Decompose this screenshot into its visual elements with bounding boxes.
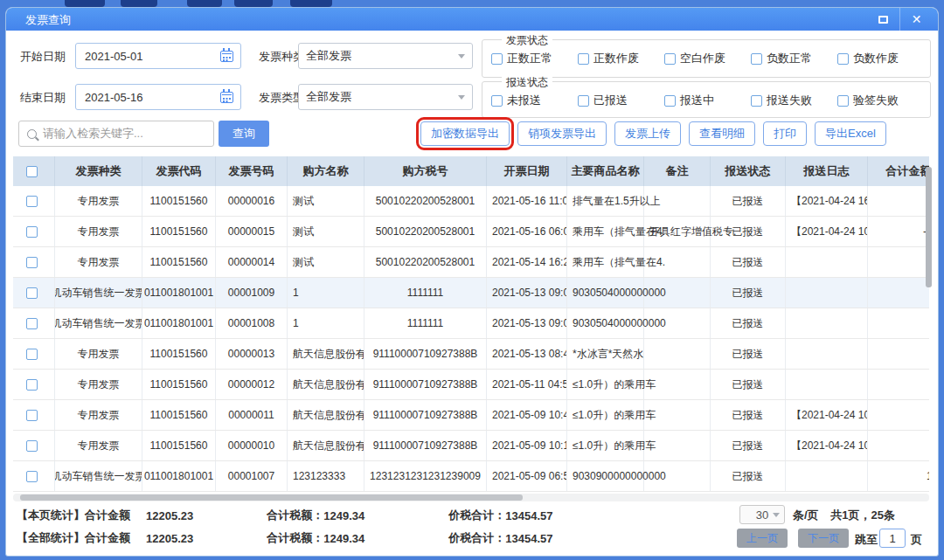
start-date-input[interactable]: 2021-05-01 [75,43,241,69]
table-cell: 航天信息股份有限 [288,370,364,399]
table-row[interactable]: 专用发票110015156000000012航天信息股份有限9111000071… [13,370,929,400]
table-cell: 9030504000000000 [567,308,644,338]
table-cell: 2021-05-13 09:06 [487,308,567,338]
search-icon [27,129,37,139]
checkbox-option[interactable]: 负数正常 [751,51,837,66]
vertical-scrollbar[interactable] [926,158,932,492]
next-page-button[interactable]: 下一页 [798,529,849,548]
background-toolbar-item [187,0,222,7]
row-checkbox-cell [13,186,55,216]
query-button[interactable]: 查询 [219,121,269,147]
table-cell: 00000016 [216,186,288,216]
checkbox-icon[interactable] [751,95,762,107]
table-cell: ≤1.0升）的乘用车 [567,370,644,399]
table-cell [644,431,711,460]
invoice-table: 发票种类发票代码发票号码购方名称购方税号开票日期主要商品名称备注报送状态报送日志… [13,156,929,492]
checkbox-option[interactable]: 报送失败 [751,93,837,108]
row-checkbox-cell [13,431,55,460]
checkbox-icon[interactable] [578,53,589,65]
table-cell: 00000010 [216,431,288,460]
end-date-input[interactable]: 2021-05-16 [75,84,241,110]
table-row[interactable]: 专用发票110015156000000016测试5001022020052800… [13,186,929,217]
table-cell [644,186,711,216]
restore-button[interactable] [866,8,899,31]
checkbox-option[interactable]: 已报送 [578,93,664,108]
select-all-checkbox[interactable] [26,166,38,177]
toolbar-button-4[interactable]: 查看明细 [689,121,755,146]
table-row[interactable]: 专用发票110015156000000011航天信息股份有限9111000071… [13,400,929,431]
checkbox-icon[interactable] [491,95,503,107]
table-cell: 1100151560 [142,431,216,460]
calendar-icon[interactable] [220,92,233,103]
checkbox-option[interactable]: 正数作废 [578,51,664,66]
row-checkbox[interactable] [26,318,38,329]
checkbox-option[interactable]: 未报送 [491,93,578,108]
close-button[interactable]: ✕ [899,8,933,31]
checkbox-icon[interactable] [664,95,676,107]
checkbox-icon[interactable] [491,53,503,65]
toolbar-button-6[interactable]: 导出Excel [815,121,886,146]
checkbox-option[interactable]: 报送中 [664,93,751,108]
row-checkbox[interactable] [26,471,38,482]
table-cell: 00001009 [216,278,288,308]
table-row[interactable]: 机动车销售统一发票0110018010010000100911111111202… [13,278,929,308]
toolbar-button-1[interactable]: 加密数据导出 [420,121,510,146]
table-row[interactable]: 专用发票110015156000000010航天信息股份有限9111000071… [13,431,929,461]
row-checkbox[interactable] [26,196,38,207]
all-summary-amount: 12205.23 [146,532,193,545]
table-cell: 1 [288,308,364,338]
pagination-info: 条/页 共1页，25条 [793,508,895,523]
table-cell: 1100151560 [142,247,216,277]
row-checkbox[interactable] [26,257,38,268]
table-cell: 1111111 [364,308,487,338]
checkbox-option[interactable]: 负数作废 [837,51,924,66]
row-checkbox[interactable] [26,349,38,360]
page-summary-tax-label: 合计税额： [267,508,323,523]
table-cell: 专用发票 [55,431,142,460]
page-size-select[interactable]: 30 [739,505,785,524]
row-checkbox[interactable] [26,287,38,299]
checkbox-icon[interactable] [837,53,849,65]
table-cell: 机动车销售统一发票 [55,278,142,308]
row-checkbox[interactable] [26,379,38,391]
table-cell: 50010220200528001 [364,247,487,277]
table-cell: 机动车销售统一发票 [55,308,142,338]
checkbox-option[interactable]: 空白作废 [664,51,751,66]
table-cell: 00000011 [216,400,288,430]
horizontal-scrollbar[interactable] [13,494,929,501]
table-row[interactable]: 机动车销售统一发票0110018010010000100811111111202… [13,308,929,339]
checkbox-icon[interactable] [751,53,762,65]
column-header: 购方名称 [288,156,364,186]
invoice-type-select[interactable]: 全部发票 [298,84,473,110]
select-all-header-cell [13,156,55,186]
column-header: 购方税号 [364,156,487,186]
prev-page-button[interactable]: 上一页 [737,529,788,548]
table-cell [868,308,929,338]
invoice-kind-select[interactable]: 全部发票 [298,43,473,69]
checkbox-option[interactable]: 验签失败 [837,93,924,108]
table-cell: 已报送 [711,278,786,308]
toolbar-button-5[interactable]: 打印 [763,121,807,146]
page-summary-amount: 12205.23 [146,509,193,522]
row-checkbox[interactable] [26,410,38,421]
toolbar-button-3[interactable]: 发票上传 [614,121,681,146]
table-cell: 900 [868,186,929,216]
checkbox-icon[interactable] [837,95,849,107]
toolbar-button-2[interactable]: 销项发票导出 [517,121,607,146]
table-row[interactable]: 机动车销售统一发票0110018010010000100712312333312… [13,461,929,492]
search-input[interactable]: 请输入检索关键字... [18,121,214,147]
table-cell: 已报送 [711,308,786,338]
checkbox-icon[interactable] [578,95,589,107]
row-checkbox[interactable] [26,226,38,238]
jump-page-input[interactable]: 1 [879,529,906,548]
table-row[interactable]: 专用发票110015156000000015测试5001022020052800… [13,217,929,247]
checkbox-icon[interactable] [664,53,676,65]
table-row[interactable]: 专用发票110015156000000013航天信息股份有限9111000071… [13,339,929,370]
calendar-icon[interactable] [220,51,233,62]
invoice-status-group: 发票状态 正数正常正数作废空白作废负数正常负数作废 [482,39,931,78]
per-page-label: 条/页 [793,508,819,522]
chevron-down-icon [773,513,780,517]
row-checkbox[interactable] [26,440,38,452]
checkbox-option[interactable]: 正数正常 [491,51,578,66]
table-row[interactable]: 专用发票110015156000000014测试5001022020052800… [13,247,929,278]
